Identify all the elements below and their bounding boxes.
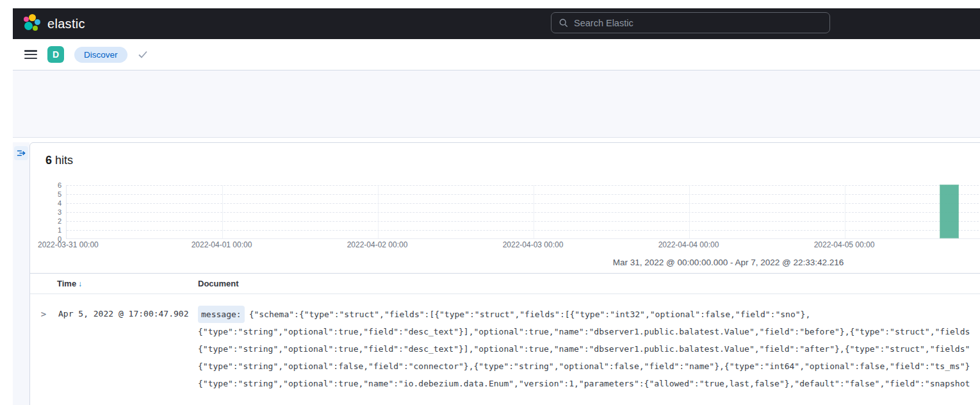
time-column-label: Time [57, 279, 76, 288]
x-tick-label: 2022-04-02 00:00 [336, 240, 419, 249]
histogram-x-axis: 2022-03-31 00:002022-04-01 00:002022-04-… [30, 240, 980, 251]
menu-icon[interactable] [24, 50, 37, 59]
elastic-logo-icon[interactable] [23, 15, 41, 33]
h-gridline [67, 185, 980, 186]
y-tick-label: 5 [42, 190, 61, 199]
x-tick-label: 2022-04-01 00:00 [180, 240, 263, 249]
expand-arrow-icon [17, 149, 26, 158]
row-timestamp: Apr 5, 2022 @ 17:00:47.902 [58, 309, 189, 318]
h-gridline [67, 203, 980, 204]
h-gridline [67, 194, 980, 195]
global-header: elastic Search Elastic [13, 8, 980, 39]
hits-label: hits [55, 154, 73, 167]
h-gridline [67, 212, 980, 213]
time-range-caption: Mar 31, 2022 @ 00:00:00.000 - Apr 7, 202… [555, 258, 901, 267]
sort-descending-icon: ↓ [78, 279, 82, 288]
column-header-time[interactable]: Time↓ [57, 279, 82, 288]
app-badge[interactable]: D [47, 46, 64, 63]
column-header-document: Document [198, 279, 239, 288]
histogram-bar[interactable] [940, 185, 959, 238]
global-search-input[interactable]: Search Elastic [551, 12, 830, 33]
check-icon [138, 49, 148, 60]
x-tick-label: 2022-04-04 00:00 [647, 240, 730, 249]
field-name-badge: message: [198, 306, 245, 323]
search-icon [559, 19, 568, 28]
v-gridline [378, 185, 379, 238]
x-tick-label: 2022-04-05 00:00 [803, 240, 886, 249]
v-gridline [689, 185, 690, 238]
x-tick-label: 2022-04-03 00:00 [491, 240, 575, 249]
h-gridline [67, 221, 980, 222]
v-gridline [222, 185, 223, 238]
x-tick-label: 2022-03-31 00:00 [38, 240, 99, 249]
document-json-line: {"type":"string","optional":true,"field"… [198, 323, 980, 340]
table-header: Time↓ Document [30, 273, 980, 294]
discover-results-panel: 6 hits 6543210 2022-03-31 00:002022-04-0… [29, 142, 980, 405]
document-json-line: {"type":"string","optional":false,"field… [198, 358, 980, 375]
histogram-plot[interactable] [66, 185, 980, 239]
document-json-line: {"type":"string","optional":true,"name":… [198, 375, 980, 392]
y-tick-label: 2 [42, 217, 61, 226]
expand-sidebar-button[interactable] [14, 146, 28, 160]
row-document-cell[interactable]: message:{"schema":{"type":"struct","fiel… [198, 306, 980, 392]
global-search-placeholder: Search Elastic [574, 18, 633, 28]
expand-row-chevron-icon[interactable]: > [38, 308, 49, 320]
breadcrumb-discover[interactable]: Discover [74, 47, 127, 63]
brand-wordmark: elastic [47, 17, 85, 31]
v-gridline [845, 185, 845, 238]
y-tick-label: 1 [42, 226, 61, 235]
y-tick-label: 3 [42, 208, 61, 217]
document-json-line: message:{"schema":{"type":"struct","fiel… [198, 306, 980, 323]
h-gridline [67, 230, 980, 231]
hits-number: 6 [45, 154, 52, 167]
hits-count: 6 hits [45, 154, 73, 167]
v-gridline [534, 185, 534, 238]
breadcrumb-bar: D Discover [13, 39, 980, 70]
y-tick-label: 4 [42, 199, 61, 208]
document-json-line: {"type":"string","optional":true,"field"… [198, 340, 980, 358]
y-tick-label: 6 [42, 181, 61, 190]
collapsed-sidebar-strip [13, 142, 29, 405]
query-section: RaghuN KQL — + Add filter [13, 70, 980, 138]
